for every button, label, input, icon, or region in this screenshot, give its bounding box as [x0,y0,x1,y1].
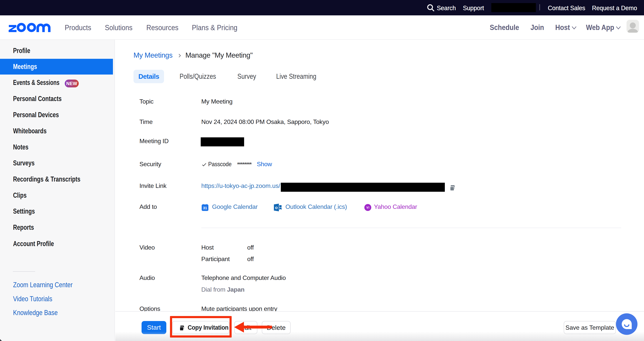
svg-text:Y!: Y! [366,206,370,210]
svg-text:31: 31 [203,206,207,210]
svg-text:o: o [275,205,278,210]
